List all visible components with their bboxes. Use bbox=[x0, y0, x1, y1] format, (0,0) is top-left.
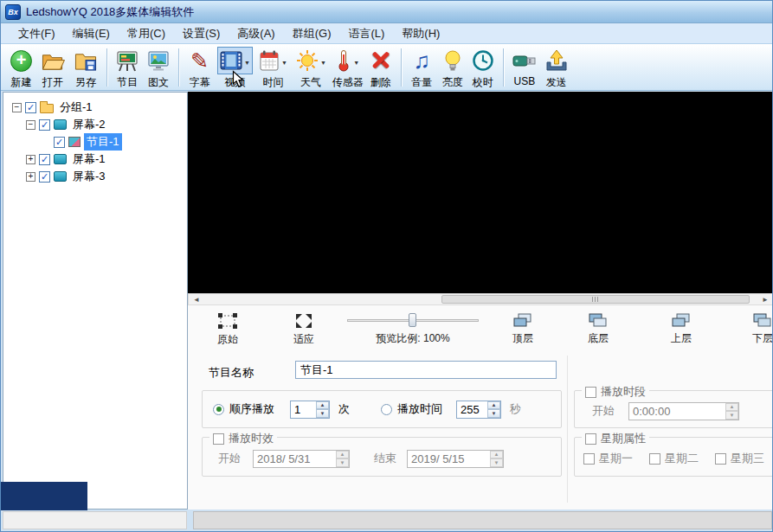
expand-icon[interactable] bbox=[26, 155, 35, 164]
menu-help[interactable]: 帮助(H) bbox=[393, 23, 448, 44]
toolbar-sensor-button[interactable]: 传感器 bbox=[331, 47, 365, 90]
play-count-spinner[interactable]: 1 bbox=[290, 401, 330, 419]
preview-hscrollbar[interactable] bbox=[188, 293, 773, 305]
fit-button[interactable]: 适应 bbox=[276, 313, 332, 347]
send-icon bbox=[545, 49, 568, 72]
original-size-button[interactable]: 原始 bbox=[200, 313, 255, 347]
original-size-icon bbox=[218, 313, 237, 329]
menu-common[interactable]: 常用(C) bbox=[119, 23, 174, 44]
screen-2-checkbox[interactable] bbox=[39, 119, 50, 131]
screen-3-checkbox[interactable] bbox=[39, 171, 50, 183]
toolbar-graphictext-button[interactable]: 图文 bbox=[143, 47, 174, 90]
validity-start-arrows[interactable] bbox=[336, 451, 349, 467]
group-1-checkbox[interactable] bbox=[25, 102, 36, 113]
tree-item-group-1[interactable]: 分组-1 bbox=[3, 99, 187, 116]
spinner-up[interactable] bbox=[725, 403, 738, 412]
original-size-label: 原始 bbox=[217, 332, 238, 347]
scroll-thumb[interactable] bbox=[441, 295, 750, 304]
tree-item-label[interactable]: 分组-1 bbox=[57, 99, 95, 116]
program-icon bbox=[68, 137, 81, 147]
zoom-slider-thumb[interactable] bbox=[409, 313, 416, 327]
menu-language[interactable]: 语言(L) bbox=[339, 23, 393, 44]
play-validity-checkbox[interactable] bbox=[213, 433, 224, 445]
toolbar-program-button[interactable]: 节目 bbox=[112, 47, 143, 90]
video-dropdown-arrow[interactable] bbox=[244, 53, 250, 68]
top-layer-button[interactable]: 顶层 bbox=[495, 313, 551, 346]
spinner-down[interactable] bbox=[490, 458, 503, 467]
preview-canvas[interactable] bbox=[188, 92, 773, 293]
tree-item-label-selected[interactable]: 节目-1 bbox=[84, 133, 122, 151]
screen-icon bbox=[54, 171, 67, 182]
toolbar-delete-button[interactable]: 删除 bbox=[365, 47, 396, 90]
weather-dropdown-arrow[interactable] bbox=[320, 53, 326, 68]
spinner-down[interactable] bbox=[487, 409, 500, 418]
menu-advanced[interactable]: 高级(A) bbox=[229, 23, 283, 44]
sensor-dropdown-arrow[interactable] bbox=[353, 53, 359, 68]
period-start-time-spinner[interactable]: 0:00:00 bbox=[628, 402, 739, 420]
sequential-play-radio[interactable] bbox=[213, 404, 224, 415]
period-start-arrows[interactable] bbox=[725, 403, 738, 420]
toolbar-saveas-button[interactable]: 另存 bbox=[69, 47, 102, 90]
expand-icon[interactable] bbox=[26, 172, 35, 182]
music-note-icon bbox=[410, 49, 434, 73]
lower-layer-button[interactable]: 下层 bbox=[735, 313, 773, 346]
title-bar[interactable]: LedshowYQ 2018多媒体编辑软件 bbox=[1, 1, 772, 23]
toolbar-open-button[interactable]: 打开 bbox=[36, 47, 69, 90]
spinner-down[interactable] bbox=[725, 411, 738, 420]
spinner-up[interactable] bbox=[336, 451, 349, 459]
validity-start-date-spinner[interactable]: 2018/ 5/31 bbox=[253, 450, 350, 468]
toolbar: 新建 打开 另存 节目 图文 字幕 视 bbox=[1, 44, 772, 91]
play-count-arrows[interactable] bbox=[316, 401, 329, 418]
toolbar-subtitle-button[interactable]: 字幕 bbox=[184, 47, 216, 90]
menu-group[interactable]: 群组(G) bbox=[284, 23, 340, 44]
scroll-left-arrow[interactable] bbox=[190, 295, 203, 304]
play-period-checkbox[interactable] bbox=[585, 387, 596, 398]
week-property-checkbox[interactable] bbox=[585, 433, 596, 445]
status-bar-left bbox=[3, 511, 187, 529]
spinner-up[interactable] bbox=[490, 451, 503, 459]
toolbar-brightness-button[interactable]: 亮度 bbox=[438, 47, 467, 90]
screen-1-checkbox[interactable] bbox=[39, 154, 50, 165]
toolbar-volume-button[interactable]: 音量 bbox=[406, 47, 438, 90]
menu-settings[interactable]: 设置(S) bbox=[174, 23, 229, 44]
spinner-up[interactable] bbox=[316, 401, 329, 410]
spinner-down[interactable] bbox=[336, 458, 349, 467]
time-dropdown-arrow[interactable] bbox=[281, 53, 287, 68]
validity-end-date-spinner[interactable]: 2019/ 5/15 bbox=[407, 450, 504, 468]
validity-end-arrows[interactable] bbox=[490, 451, 503, 467]
scroll-right-arrow[interactable] bbox=[759, 295, 771, 304]
program-name-input[interactable] bbox=[295, 361, 557, 379]
toolbar-new-button[interactable]: 新建 bbox=[6, 47, 36, 90]
collapse-icon[interactable] bbox=[12, 103, 22, 112]
tree-item-label[interactable]: 屏幕-3 bbox=[70, 168, 108, 185]
menu-edit[interactable]: 编辑(E) bbox=[64, 23, 119, 44]
upper-layer-button[interactable]: 上层 bbox=[654, 313, 709, 346]
tree-item-screen-1[interactable]: 屏幕-1 bbox=[3, 151, 187, 168]
collapse-icon[interactable] bbox=[26, 120, 35, 130]
tree-item-screen-2[interactable]: 屏幕-2 bbox=[3, 116, 187, 133]
toolbar-time-button[interactable]: 时间 bbox=[254, 47, 292, 90]
play-time-radio[interactable] bbox=[381, 404, 392, 415]
wednesday-checkbox[interactable] bbox=[715, 453, 726, 465]
tree-item-program-1[interactable]: 节目-1 bbox=[3, 133, 187, 151]
spinner-down[interactable] bbox=[316, 409, 329, 418]
toolbar-timesync-button[interactable]: 校时 bbox=[467, 47, 499, 90]
fit-label: 适应 bbox=[293, 332, 314, 347]
zoom-slider[interactable] bbox=[347, 313, 479, 328]
monday-checkbox[interactable] bbox=[583, 453, 595, 465]
program-1-checkbox[interactable] bbox=[54, 137, 65, 148]
toolbar-usb-button[interactable]: USB bbox=[508, 47, 541, 87]
spinner-up[interactable] bbox=[487, 401, 500, 410]
toolbar-send-button[interactable]: 发送 bbox=[541, 47, 572, 90]
play-time-arrows[interactable] bbox=[487, 401, 500, 418]
bottom-layer-button[interactable]: 底层 bbox=[570, 313, 626, 346]
tree-item-screen-3[interactable]: 屏幕-3 bbox=[3, 168, 187, 185]
tuesday-checkbox[interactable] bbox=[649, 453, 660, 465]
menu-file[interactable]: 文件(F) bbox=[10, 23, 64, 44]
period-start-label: 开始 bbox=[592, 403, 615, 419]
tree-item-label[interactable]: 屏幕-2 bbox=[70, 116, 108, 133]
tree-item-label[interactable]: 屏幕-1 bbox=[70, 151, 108, 168]
toolbar-weather-button[interactable]: 天气 bbox=[292, 47, 331, 90]
toolbar-delete-label: 删除 bbox=[370, 75, 391, 90]
play-time-spinner[interactable]: 255 bbox=[456, 401, 501, 419]
